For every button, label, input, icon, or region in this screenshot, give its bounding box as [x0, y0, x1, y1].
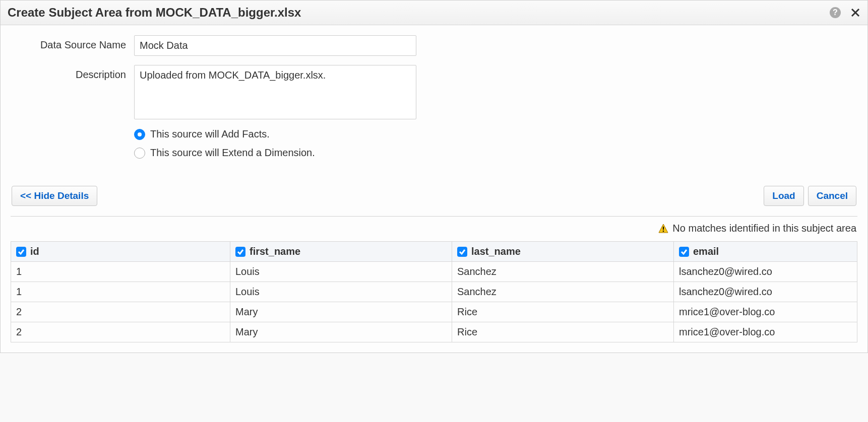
data-source-name-label: Data Source Name [11, 35, 134, 51]
divider [11, 216, 857, 217]
dialog-body: Data Source Name Description This source… [1, 25, 867, 353]
checkbox-checked-icon[interactable] [235, 247, 245, 257]
checkbox-checked-icon[interactable] [16, 247, 26, 257]
cell-id: 1 [11, 262, 230, 282]
cell-last-name: Sanchez [452, 282, 674, 302]
close-icon[interactable] [850, 8, 860, 18]
dialog-header-actions: ? [829, 7, 860, 19]
table-header-row: id first_name [11, 242, 857, 262]
description-input[interactable] [134, 65, 416, 119]
radio-extend-dimension-label: This source will Extend a Dimension. [150, 147, 315, 159]
col-header-email-label: email [693, 246, 719, 257]
status-row: No matches identified in this subject ar… [11, 221, 857, 241]
cell-id: 1 [11, 282, 230, 302]
checkbox-checked-icon[interactable] [679, 247, 689, 257]
radio-extend-dimension[interactable]: This source will Extend a Dimension. [134, 147, 857, 159]
col-header-id-label: id [30, 246, 39, 257]
data-source-name-input[interactable] [134, 35, 416, 56]
radio-add-facts[interactable]: This source will Add Facts. [134, 128, 857, 140]
hide-details-button[interactable]: << Hide Details [12, 186, 97, 206]
data-source-name-row: Data Source Name [11, 35, 857, 56]
dialog-title: Create Subject Area from MOCK_DATA_bigge… [8, 6, 301, 20]
col-header-last-name[interactable]: last_name [452, 242, 674, 262]
status-text: No matches identified in this subject ar… [672, 223, 856, 234]
warning-icon [658, 224, 668, 234]
radio-add-facts-label: This source will Add Facts. [150, 128, 270, 140]
col-header-first-name-label: first_name [250, 246, 300, 257]
checkbox-checked-icon[interactable] [457, 247, 467, 257]
preview-table: id first_name [11, 241, 857, 342]
cancel-button[interactable]: Cancel [808, 186, 856, 206]
table-row: 1 Louis Sanchez lsanchez0@wired.co [11, 262, 857, 282]
cell-last-name: Sanchez [452, 262, 674, 282]
cell-email: mrice1@over-blog.co [674, 302, 857, 322]
radio-unselected-icon [134, 148, 145, 159]
actions-right: Load Cancel [764, 186, 856, 206]
dialog-header: Create Subject Area from MOCK_DATA_bigge… [1, 1, 867, 25]
col-header-id[interactable]: id [11, 242, 230, 262]
cell-id: 2 [11, 322, 230, 342]
create-subject-area-dialog: Create Subject Area from MOCK_DATA_bigge… [0, 0, 868, 353]
cell-email: lsanchez0@wired.co [674, 262, 857, 282]
table-row: 2 Mary Rice mrice1@over-blog.co [11, 302, 857, 322]
cell-first-name: Mary [230, 302, 452, 322]
col-header-first-name[interactable]: first_name [230, 242, 452, 262]
description-label: Description [11, 65, 134, 81]
radio-selected-icon [134, 129, 145, 140]
load-button[interactable]: Load [764, 186, 803, 206]
help-icon[interactable]: ? [829, 7, 841, 19]
svg-point-6 [663, 230, 664, 232]
cell-email: mrice1@over-blog.co [674, 322, 857, 342]
cell-first-name: Mary [230, 322, 452, 342]
table-row: 2 Mary Rice mrice1@over-blog.co [11, 322, 857, 342]
cell-first-name: Louis [230, 262, 452, 282]
source-type-radio-group: This source will Add Facts. This source … [134, 128, 857, 159]
svg-text:?: ? [833, 8, 838, 17]
description-row: Description [11, 65, 857, 119]
table-row: 1 Louis Sanchez lsanchez0@wired.co [11, 282, 857, 302]
cell-email: lsanchez0@wired.co [674, 282, 857, 302]
cell-last-name: Rice [452, 302, 674, 322]
cell-first-name: Louis [230, 282, 452, 302]
actions-row: << Hide Details Load Cancel [11, 186, 857, 206]
col-header-email[interactable]: email [674, 242, 857, 262]
cell-id: 2 [11, 302, 230, 322]
col-header-last-name-label: last_name [471, 246, 521, 257]
cell-last-name: Rice [452, 322, 674, 342]
